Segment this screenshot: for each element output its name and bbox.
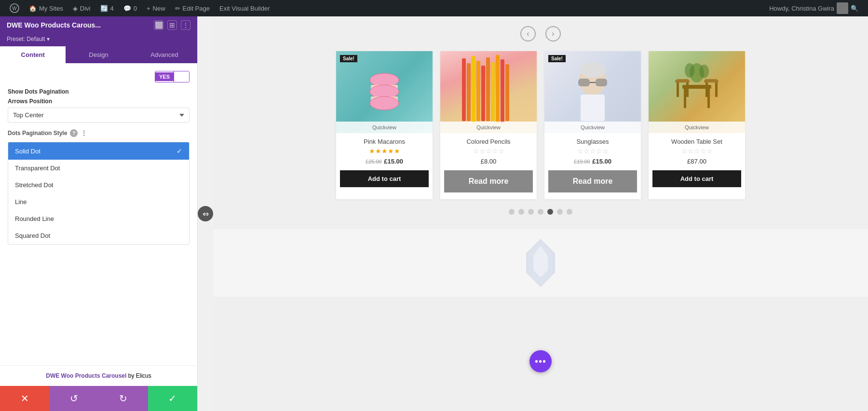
- svg-point-36: [699, 65, 709, 78]
- add-to-cart-table[interactable]: Add to cart: [652, 170, 741, 187]
- carousel-dot-4[interactable]: [538, 209, 543, 215]
- panel-header: DWE Woo Products Carous... ⬜ ⊞ ⋮: [0, 16, 197, 34]
- read-more-sunglasses[interactable]: Read more: [548, 170, 637, 192]
- dropdown-item-solid-dot[interactable]: Solid Dot ✓: [8, 142, 189, 160]
- admin-bar-new[interactable]: + New: [142, 0, 170, 16]
- toggle-box: [174, 71, 189, 82]
- product-name-macarons: Pink Macarons: [360, 138, 409, 145]
- dots-pagination-menu[interactable]: ⋮: [81, 129, 87, 137]
- svg-rect-16: [505, 64, 509, 121]
- tab-design[interactable]: Design: [66, 46, 131, 63]
- product-image-macarons: Sale! Quickview: [336, 51, 433, 133]
- carousel-next-arrow[interactable]: ›: [545, 26, 561, 41]
- product-price-pencils: £8.00: [481, 157, 497, 165]
- price-old-sunglasses: £19.00: [574, 159, 590, 164]
- dropdown-item-line[interactable]: Line: [8, 193, 189, 210]
- drag-handle[interactable]: ⇔: [198, 206, 213, 221]
- svg-rect-26: [686, 82, 689, 97]
- panel-menu-icon[interactable]: ⋮: [181, 20, 190, 30]
- product-name-pencils: Colored Pencils: [462, 138, 514, 145]
- panel-resize-icon[interactable]: ⬜: [154, 20, 163, 30]
- cancel-button[interactable]: ✕: [0, 386, 49, 411]
- svg-rect-12: [486, 57, 490, 121]
- carousel-dot-3[interactable]: [528, 209, 534, 215]
- svg-rect-25: [677, 82, 679, 97]
- check-icon: ✓: [176, 147, 182, 155]
- admin-bar-updates[interactable]: 🔄 4: [95, 0, 119, 16]
- panel-footer: DWE Woo Products Carousel by Elicus: [0, 365, 197, 386]
- svg-rect-14: [496, 55, 500, 123]
- dots-pagination-dropdown: Solid Dot ✓ Transparent Dot Stretched Do…: [8, 142, 190, 245]
- dots-pagination-help[interactable]: ?: [70, 129, 78, 137]
- toggle-yes-label: YES: [155, 72, 174, 81]
- svg-rect-33: [707, 89, 710, 108]
- product-card-sunglasses: Sale!: [544, 51, 641, 199]
- quickview-sunglasses[interactable]: Quickview: [544, 122, 641, 133]
- products-grid: Sale! Quickview Pink Macarons ★★★★★: [232, 51, 849, 199]
- product-image-table: Quickview: [649, 51, 745, 133]
- panel-header-icons: ⬜ ⊞ ⋮: [154, 20, 190, 30]
- dropdown-item-transparent-dot[interactable]: Transparent Dot: [8, 160, 189, 177]
- quickview-table[interactable]: Quickview: [649, 122, 745, 133]
- prev-icon: ‹: [527, 29, 529, 38]
- panel-grid-icon[interactable]: ⊞: [167, 20, 177, 30]
- svg-rect-8: [467, 63, 471, 121]
- admin-bar-comments[interactable]: 💬 0: [119, 0, 142, 16]
- admin-bar-wp-icon[interactable]: W: [5, 0, 24, 16]
- redo-button[interactable]: ↻: [99, 386, 148, 411]
- panel-footer-link[interactable]: DWE Woo Products Carousel: [46, 372, 126, 379]
- carousel-dot-6[interactable]: [557, 209, 563, 215]
- read-more-pencils[interactable]: Read more: [444, 170, 533, 192]
- panel-preset[interactable]: Preset: Default ▾: [0, 34, 197, 46]
- product-name-sunglasses: Sunglasses: [572, 138, 612, 145]
- carousel-dot-1[interactable]: [509, 209, 515, 215]
- admin-bar-divi[interactable]: ◈ Divi: [68, 0, 95, 16]
- carousel-dot-5[interactable]: [547, 209, 553, 215]
- admin-bar-edit-page[interactable]: ✏ Edit Page: [170, 0, 215, 16]
- dropdown-item-rounded-line[interactable]: Rounded Line: [8, 210, 189, 227]
- admin-bar-exit-vb[interactable]: Exit Visual Builder: [215, 0, 275, 16]
- product-card-macarons: Sale! Quickview Pink Macarons ★★★★★: [336, 51, 433, 199]
- svg-rect-9: [472, 56, 475, 123]
- product-image-sunglasses: Sale!: [544, 51, 641, 133]
- svg-rect-10: [476, 61, 480, 121]
- quickview-macarons[interactable]: Quickview: [336, 122, 433, 133]
- table-svg: [673, 61, 721, 123]
- update-icon: 🔄: [100, 5, 108, 12]
- arrows-position-label: Arrows Position: [8, 98, 190, 105]
- quickview-pencils[interactable]: Quickview: [440, 122, 537, 133]
- tab-advanced[interactable]: Advanced: [132, 46, 197, 63]
- admin-bar-mysites[interactable]: 🏠 My Sites: [24, 0, 68, 16]
- tab-content[interactable]: Content: [0, 46, 66, 63]
- add-to-cart-macarons[interactable]: Add to cart: [340, 170, 429, 187]
- price-new-sunglasses: £15.00: [592, 158, 611, 165]
- svg-rect-20: [596, 79, 607, 86]
- undo-button[interactable]: ↺: [49, 386, 98, 411]
- panel-tabs: Content Design Advanced: [0, 46, 197, 63]
- search-icon[interactable]: 🔍: [851, 5, 858, 12]
- svg-point-35: [685, 63, 694, 78]
- home-icon: 🏠: [29, 5, 37, 12]
- floating-btn-dots: •••: [535, 356, 546, 367]
- show-dots-label: Show Dots Pagination: [8, 88, 190, 95]
- dropdown-item-squared-dot[interactable]: Squared Dot: [8, 227, 189, 244]
- carousel-dot-7[interactable]: [567, 209, 572, 215]
- next-icon: ›: [552, 29, 554, 38]
- floating-action-button[interactable]: •••: [529, 350, 552, 372]
- carousel-container: ‹ › Sale!: [213, 16, 868, 229]
- save-button[interactable]: ✓: [148, 386, 197, 411]
- svg-rect-32: [684, 89, 686, 108]
- show-dots-toggle-row: YES: [8, 71, 190, 82]
- svg-rect-15: [501, 59, 504, 123]
- arrows-position-select[interactable]: Top Center Top Left Top Right Bottom Cen…: [8, 108, 190, 123]
- macarons-svg: [365, 66, 404, 119]
- sale-badge-sunglasses: Sale!: [548, 55, 566, 62]
- drag-icon: ⇔: [203, 209, 209, 219]
- show-dots-toggle[interactable]: YES: [155, 71, 190, 82]
- dropdown-item-stretched-dot[interactable]: Stretched Dot: [8, 177, 189, 193]
- carousel-prev-arrow[interactable]: ‹: [520, 26, 536, 41]
- svg-point-18: [579, 62, 606, 78]
- carousel-dot-2[interactable]: [518, 209, 524, 215]
- plus-icon: +: [147, 5, 150, 12]
- svg-rect-22: [581, 95, 605, 121]
